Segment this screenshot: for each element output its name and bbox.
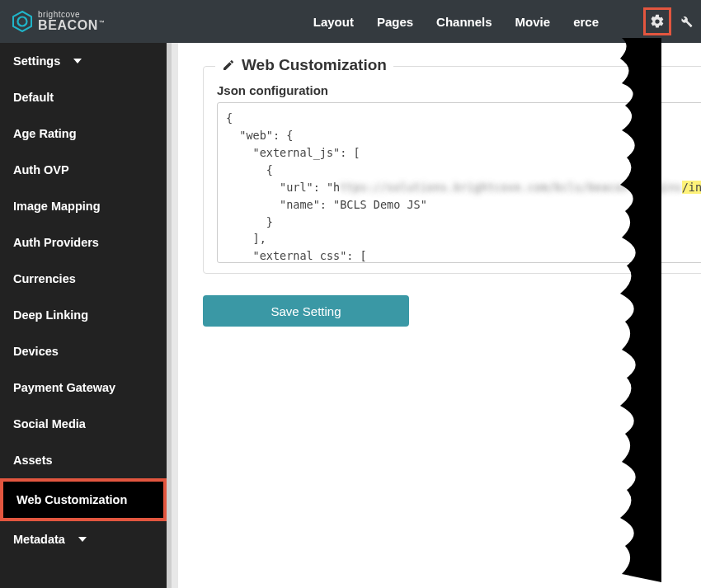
panel-title: Web Customization	[215, 56, 393, 74]
sidebar-header-settings[interactable]: Settings	[0, 43, 167, 79]
json-config-label: Json configuration	[217, 83, 701, 97]
gear-icon[interactable]	[650, 14, 665, 29]
nav-items: Layout Pages Channels Movie erce	[313, 7, 693, 35]
wrench-icon[interactable]	[680, 15, 693, 28]
sidebar-item-web-customization[interactable]: Web Customization	[3, 482, 163, 518]
sidebar: Settings Default Age Rating Auth OVP Ima…	[0, 43, 167, 588]
brand-bottom-text: BEACON™	[38, 19, 106, 32]
nav-pages[interactable]: Pages	[377, 15, 413, 29]
sidebar-item-deep-linking[interactable]: Deep Linking	[0, 297, 167, 333]
sidebar-item-auth-ovp[interactable]: Auth OVP	[0, 152, 167, 188]
sidebar-footer-metadata[interactable]: Metadata	[0, 521, 167, 557]
save-setting-button[interactable]: Save Setting	[203, 295, 409, 327]
nav-movie[interactable]: Movie	[515, 15, 551, 29]
settings-gear-highlight	[643, 7, 671, 35]
sidebar-item-age-rating[interactable]: Age Rating	[0, 115, 167, 152]
svg-marker-0	[13, 12, 31, 31]
sidebar-item-payment-gateway[interactable]: Payment Gateway	[0, 369, 167, 406]
top-nav: brightcove BEACON™ Layout Pages Channels…	[0, 0, 701, 43]
svg-point-1	[18, 17, 27, 26]
sidebar-item-image-mapping[interactable]: Image Mapping	[0, 188, 167, 224]
sidebar-active-highlight: Web Customization	[0, 478, 167, 521]
json-config-textarea[interactable]: { "web": { "external_js": [ { "url": "ht…	[217, 102, 701, 263]
sidebar-item-auth-providers[interactable]: Auth Providers	[0, 224, 167, 261]
nav-layout[interactable]: Layout	[313, 15, 354, 29]
scroll-gutter	[167, 43, 178, 588]
caret-down-icon	[73, 59, 82, 64]
pencil-icon	[222, 59, 235, 72]
nav-channels[interactable]: Channels	[436, 15, 492, 29]
sidebar-item-currencies[interactable]: Currencies	[0, 261, 167, 297]
sidebar-item-assets[interactable]: Assets	[0, 442, 167, 478]
sidebar-item-default[interactable]: Default	[0, 79, 167, 115]
brand-logo-icon	[12, 11, 33, 32]
caret-down-icon	[78, 537, 87, 542]
content-area: Web Customization Json configuration { "…	[178, 43, 701, 588]
sidebar-item-social-media[interactable]: Social Media	[0, 406, 167, 442]
brand: brightcove BEACON™	[12, 11, 106, 32]
sidebar-item-devices[interactable]: Devices	[0, 333, 167, 369]
nav-erce[interactable]: erce	[573, 15, 599, 29]
web-customization-panel: Web Customization Json configuration { "…	[203, 66, 701, 274]
